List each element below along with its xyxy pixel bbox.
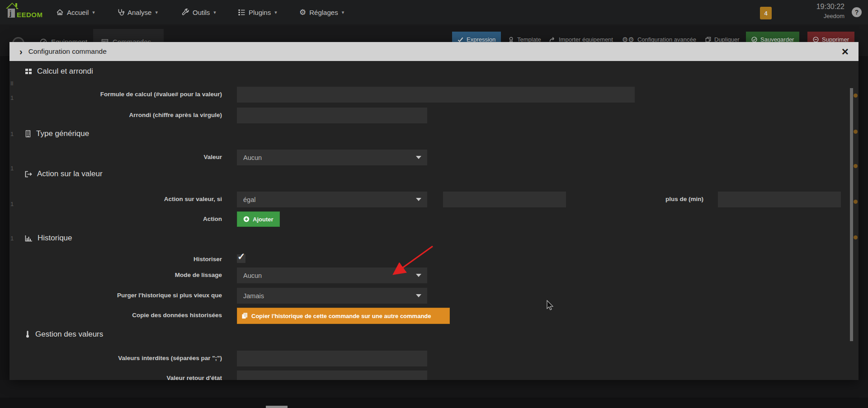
background-fragment: 1 [10,131,14,137]
help-icon[interactable]: ? [852,7,862,17]
button-label: Ajouter [253,216,274,223]
thermometer-icon [25,331,30,338]
minus-circle-icon [813,37,819,42]
section-historique: Historique [25,234,72,243]
selected-value: égal [243,196,255,203]
chevron-right-icon[interactable]: › [19,47,23,57]
background-fragment: 1 [10,201,14,207]
background-row-icon [854,200,858,204]
nav-label: Analyse [127,9,151,16]
nav-label: Réglages [309,9,338,16]
chevron-down-icon: ▾ [213,9,216,15]
stethoscope-icon [117,9,124,16]
clock-time: 19:30:22 [788,3,844,11]
nav-analyse[interactable]: Analyse ▾ [117,0,158,24]
section-title: Type générique [36,129,89,138]
background-row-icon [854,130,858,134]
background-fragment: 1 [10,165,14,172]
building-icon [25,130,31,137]
wrench-icon [182,9,189,16]
lissage-label: Mode de lissage [9,272,222,278]
nav-label: Accueil [67,9,89,16]
logo-text: EEDOM [17,11,43,19]
arrondi-label: Arrondi (chiffre après la virgule) [9,112,222,118]
historiser-checkbox[interactable]: ✓ [237,254,245,263]
nav-outils[interactable]: Outils ▾ [182,0,216,24]
user-label[interactable]: Jeedom [788,13,844,19]
section-title: Calcul et arrondi [37,67,93,76]
section-calcul-et-arrondi: Calcul et arrondi [25,67,93,76]
gear-icon: ⚙ [299,9,306,16]
checkmark-icon: ✓ [237,251,245,262]
background-fragment: 1 [10,235,14,242]
bar-chart-icon [25,235,33,242]
background-row-icon [854,164,858,168]
paste-icon [241,313,248,319]
chevron-down-icon: ▾ [274,9,277,15]
chevron-down-icon: ▾ [155,9,158,15]
section-title: Historique [38,234,72,243]
check-icon [458,37,463,42]
valeur-select[interactable]: Aucun [237,150,427,165]
section-type-generique: Type générique [25,129,89,138]
svg-text:j: j [9,9,11,17]
arrondi-input[interactable] [237,108,427,123]
jeedom-logo[interactable]: j EEDOM [5,2,43,20]
background-fragment: 1 [10,94,14,101]
clock-block: 19:30:22 Jeedom [788,3,844,19]
section-gestion-des-valeurs: Gestion des valeurs [25,330,103,339]
interdites-input[interactable] [237,351,427,366]
nav-label: Plugins [249,9,271,16]
chevron-down-icon: ▾ [92,9,95,15]
chevron-down-icon: ▾ [342,9,344,15]
nav-accueil[interactable]: Accueil ▾ [56,0,95,24]
task-list-icon [238,9,245,16]
bottom-scrollbar-fragment[interactable] [266,406,288,408]
sign-out-icon [25,171,32,178]
nav-label: Outils [193,9,210,16]
valeur-label: Valeur [9,154,222,160]
nav-reglages[interactable]: ⚙ Réglages ▾ [299,0,344,24]
interdites-label: Valeurs interdites (séparées par ";") [9,355,222,361]
background-row-icon [854,235,858,239]
top-navbar: j EEDOM Accueil ▾ Analyse ▾ Outils ▾ Plu… [0,0,868,24]
caret-down-icon [416,274,421,277]
action-si-label: Action sur valeur, si [9,196,222,202]
nav-plugins[interactable]: Plugins ▾ [238,0,277,24]
copie-label: Copie des données historisées [9,312,222,319]
close-icon[interactable]: × [842,46,849,57]
historiser-label: Historiser [9,256,222,263]
copy-icon [705,37,711,42]
formule-label: Formule de calcul (#value# pour la valeu… [9,91,222,98]
ajouter-button[interactable]: Ajouter [237,211,280,227]
command-configuration-modal: › Configuration commande × Calcul et arr… [9,42,859,380]
grid-icon [25,68,32,75]
selected-value: Aucun [243,272,262,279]
modal-scrollbar[interactable] [850,88,853,341]
retour-etat-label: Valeur retour d'état [9,375,222,380]
modal-body: Calcul et arrondi Formule de calcul (#va… [9,61,859,380]
button-label: Copier l'historique de cette commande su… [251,313,431,319]
formule-input[interactable] [237,87,635,103]
section-title: Action sur la valeur [37,169,103,178]
copy-history-button[interactable]: Copier l'historique de cette commande su… [237,308,450,324]
plus-circle-icon [243,216,250,222]
action-label: Action [9,216,222,222]
caret-down-icon [416,294,421,297]
purge-select[interactable]: Jamais [237,288,427,304]
selected-value: Aucun [243,154,262,161]
modal-header: › Configuration commande × [9,42,859,61]
lissage-select[interactable]: Aucun [237,267,427,283]
purge-label: Purger l'historique si plus vieux que [9,292,222,299]
retour-etat-input[interactable] [237,370,427,380]
certificate-icon [508,37,514,42]
background-row-icon [854,94,858,98]
page-background-band-lower [0,398,868,408]
caret-down-icon [416,156,421,159]
check-circle-icon [751,37,757,42]
action-si-value-input[interactable] [443,192,566,207]
plus-de-min-input[interactable] [718,192,841,207]
action-si-select[interactable]: égal [237,192,427,207]
notification-badge[interactable]: 4 [760,7,772,19]
background-fragment: Il [10,80,14,87]
